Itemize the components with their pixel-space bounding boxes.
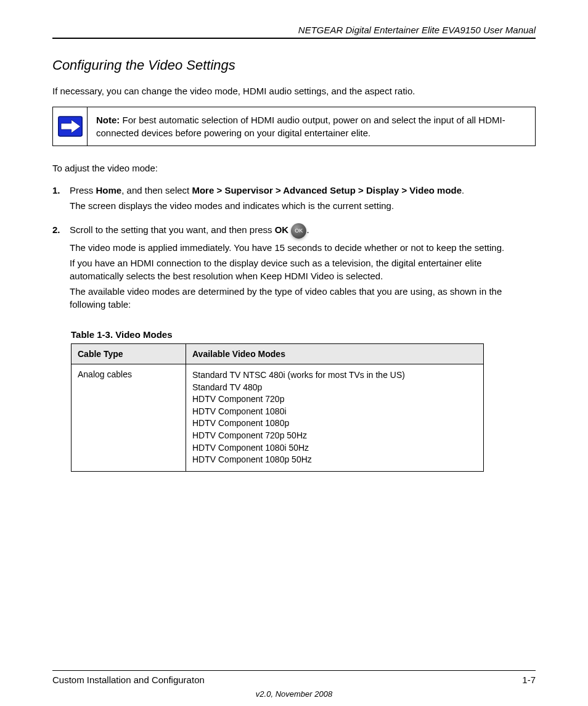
note-box: Note: For best automatic selection of HD…: [52, 107, 536, 146]
video-mode-option: HDTV Component 1080p 50Hz: [192, 454, 477, 466]
video-mode-option: HDTV Component 720p 50Hz: [192, 430, 477, 442]
table-caption-label: Table 1-3.: [71, 329, 113, 340]
table-header-video-modes: Available Video Modes: [186, 344, 484, 364]
video-mode-option: HDTV Component 720p: [192, 393, 477, 406]
note-body: For best automatic selection of HDMI aud…: [96, 115, 505, 138]
step-2-line2b: If you have an HDMI connection to the di…: [70, 257, 536, 282]
step-1-text-end: .: [462, 185, 464, 195]
video-mode-option: Standard TV NTSC 480i (works for most TV…: [192, 369, 477, 382]
note-text: Note: For best automatic selection of HD…: [88, 107, 535, 146]
video-mode-option: HDTV Component 1080i 50Hz: [192, 442, 477, 454]
footer-page-number: 1-7: [522, 675, 536, 685]
footer-section-title: Custom Installation and Configuraton: [52, 675, 205, 685]
table-row: Analog cables Standard TV NTSC 480i (wor…: [71, 364, 484, 472]
intro-paragraph: If necessary, you can change the video m…: [52, 84, 536, 97]
table-cell-cable-type: Analog cables: [71, 364, 186, 472]
table-caption-text: Video Modes: [115, 329, 172, 340]
running-header: NETGEAR Digital Entertainer Elite EVA915…: [52, 25, 536, 35]
video-mode-option: Standard TV 480p: [192, 382, 477, 394]
header-rule: [52, 38, 536, 39]
video-mode-option: HDTV Component 1080p: [192, 417, 477, 430]
section-heading: Configuring the Video Settings: [52, 57, 536, 73]
video-modes-table: Cable Type Available Video Modes Analog …: [71, 343, 484, 472]
step-1-bold-2: More > Supervisor > Advanced Setup > Dis…: [192, 185, 462, 195]
steps-list: Press Home, and then select More > Super…: [52, 184, 536, 311]
step-1: Press Home, and then select More > Super…: [52, 184, 536, 212]
note-label: Note:: [96, 115, 120, 125]
note-icon-cell: [53, 107, 88, 146]
steps-intro: To adjust the video mode:: [52, 162, 536, 174]
table-caption: Table 1-3. Video Modes: [71, 329, 536, 340]
table-header-cable-type: Cable Type: [71, 344, 186, 364]
document-page: NETGEAR Digital Entertainer Elite EVA915…: [0, 0, 588, 706]
step-1-text-mid: , and then select: [121, 185, 192, 195]
video-mode-option: HDTV Component 1080i: [192, 406, 477, 418]
step-2-text-pre: Scroll to the setting that you want, and…: [70, 224, 275, 235]
step-1-text-pre: Press: [70, 185, 96, 195]
step-2-line2a: The video mode is applied immediately. Y…: [70, 241, 536, 254]
page-footer: Custom Installation and Configuraton 1-7: [52, 670, 536, 685]
step-2-line2c: The available video modes are determined…: [70, 285, 536, 311]
step-2: Scroll to the setting that you want, and…: [52, 223, 536, 311]
step-2-bold: OK: [275, 224, 289, 235]
footer-rule: [52, 670, 536, 671]
ok-button-icon: OK: [291, 223, 306, 239]
arrow-right-icon: [58, 116, 83, 137]
footer-date: v2.0, November 2008: [52, 689, 536, 699]
step-2-text-post: .: [306, 224, 309, 235]
step-1-line2: The screen displays the video modes and …: [70, 199, 536, 212]
table-cell-video-modes: Standard TV NTSC 480i (works for most TV…: [186, 364, 484, 472]
step-1-bold-1: Home: [96, 185, 122, 195]
table-header-row: Cable Type Available Video Modes: [71, 344, 484, 364]
